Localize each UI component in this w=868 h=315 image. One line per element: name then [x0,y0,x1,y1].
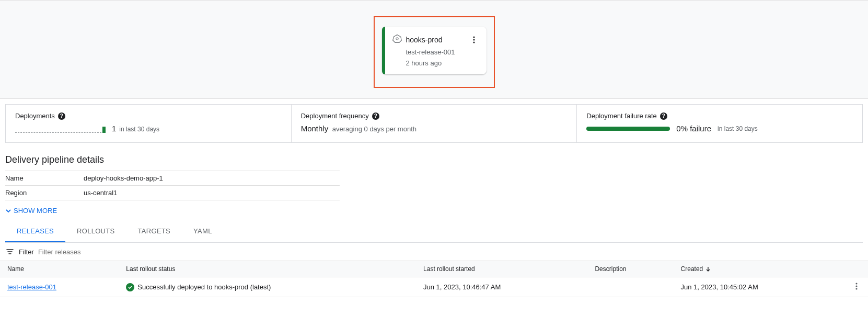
highlighted-target: hooks-prod test-release-001 2 hours ago [374,16,495,88]
col-status[interactable]: Last rollout status [119,261,416,277]
sparkline-bar [102,127,106,133]
filter-row: Filter [0,243,868,261]
releases-table: Name Last rollout status Last rollout st… [0,261,868,297]
pipeline-visualization: hooks-prod test-release-001 2 hours ago [0,0,868,99]
status-stripe [382,27,385,74]
col-actions [845,261,868,277]
target-more-button[interactable] [469,35,479,45]
details-table: Name deploy-hooks-demo-app-1 Region us-c… [5,171,340,200]
target-time: 2 hours ago [406,59,479,67]
svg-marker-0 [392,35,401,43]
deployments-count: 1 [112,124,116,133]
svg-point-2 [473,36,474,38]
description-cell [587,277,673,297]
failure-value: 0% failure [676,124,711,133]
detail-name-label: Name [5,174,84,182]
status-text: Successfully deployed to hooks-prod (lat… [137,283,271,291]
detail-region-value: us-central1 [84,189,117,197]
tab-releases[interactable]: RELEASES [5,221,65,242]
col-name[interactable]: Name [0,261,119,277]
svg-point-5 [855,283,857,284]
failure-suffix: in last 30 days [717,125,758,132]
failure-stat: Deployment failure rate ? 0% failure in … [577,105,862,142]
filter-icon [5,247,15,256]
failure-bar [586,127,670,131]
started-cell: Jun 1, 2023, 10:46:47 AM [416,277,587,297]
row-more-button[interactable] [845,277,868,297]
help-icon[interactable]: ? [58,113,65,120]
created-cell: Jun 1, 2023, 10:45:02 AM [674,277,845,297]
svg-point-6 [855,285,857,287]
release-link[interactable]: test-release-001 [7,283,56,291]
svg-point-1 [396,38,398,40]
failure-label: Deployment failure rate [586,112,656,120]
frequency-suffix: averaging 0 days per month [332,125,416,133]
help-icon[interactable]: ? [372,113,379,120]
target-title: hooks-prod [406,36,443,44]
chevron-down-icon [5,208,11,214]
deployments-stat: Deployments ? 1 in last 30 days [6,105,292,142]
show-more-label: SHOW MORE [14,207,57,215]
section-title: Delivery pipeline details [5,154,863,165]
success-icon [126,283,134,291]
stats-row: Deployments ? 1 in last 30 days Deployme… [5,104,863,143]
svg-point-7 [855,288,857,289]
deployments-suffix: in last 30 days [119,126,159,133]
show-more-button[interactable]: SHOW MORE [5,207,863,215]
svg-point-4 [473,41,474,43]
sparkline-empty [15,132,101,133]
filter-label: Filter [19,248,34,256]
kubernetes-icon [392,34,402,45]
frequency-value: Monthly [301,124,329,133]
tab-yaml[interactable]: YAML [182,221,224,242]
tab-rollouts[interactable]: ROLLOUTS [65,221,126,242]
frequency-label: Deployment frequency [301,112,369,120]
frequency-stat: Deployment frequency ? Monthly averaging… [292,105,577,142]
target-card[interactable]: hooks-prod test-release-001 2 hours ago [382,27,487,74]
col-created[interactable]: Created [674,261,845,277]
help-icon[interactable]: ? [660,113,667,120]
target-release: test-release-001 [406,48,479,56]
detail-name-value: deploy-hooks-demo-app-1 [84,174,163,182]
arrow-down-icon [705,266,711,272]
deployments-label: Deployments [15,112,55,120]
tab-targets[interactable]: TARGETS [126,221,182,242]
table-row: test-release-001 Successfully deployed t… [0,277,868,297]
tabs: RELEASES ROLLOUTS TARGETS YAML [5,221,863,243]
col-description[interactable]: Description [587,261,673,277]
col-created-label: Created [681,265,703,273]
filter-input[interactable] [38,248,143,256]
col-started[interactable]: Last rollout started [416,261,587,277]
svg-point-3 [473,39,474,40]
detail-region-label: Region [5,189,84,197]
